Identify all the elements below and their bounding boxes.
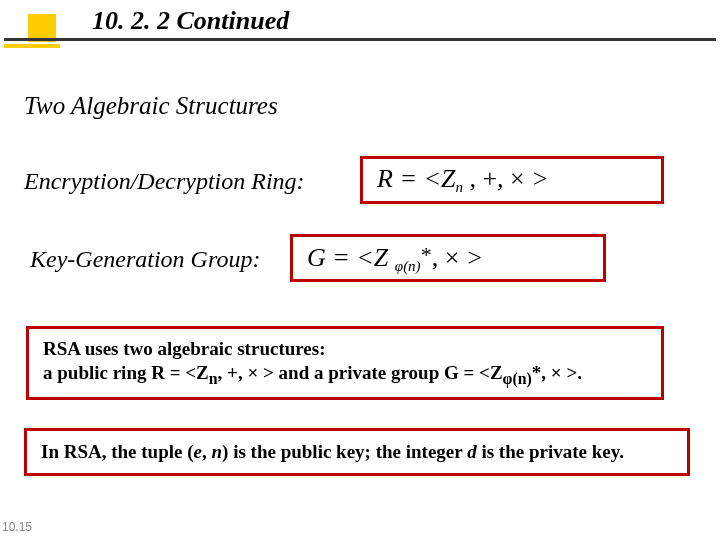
subscript-phi-n: φ(n) xyxy=(503,370,532,387)
formula-text: , xyxy=(463,164,483,193)
note-fragment: a public ring R = <Z xyxy=(43,362,209,383)
times-symbol: × xyxy=(445,243,460,272)
subscript-phi-n: φ(n) xyxy=(395,257,421,273)
header-divider xyxy=(4,38,716,41)
note-text-2: In RSA, the tuple (e, n) is the public k… xyxy=(41,440,624,464)
italic-d: d xyxy=(467,441,477,462)
group-formula: G = <Z φ(n)*, × > xyxy=(307,242,483,275)
note-line-1: RSA uses two algebraic structures: xyxy=(43,338,326,359)
plus-symbol: + xyxy=(482,164,497,193)
header-accent xyxy=(4,44,60,48)
subheading: Two Algebraic Structures xyxy=(24,92,278,120)
note-fragment: , +, × > and a private group G = <Z xyxy=(218,362,503,383)
ring-label: Encryption/Decryption Ring: xyxy=(24,168,305,195)
star-symbol: * xyxy=(421,242,432,267)
italic-n: n xyxy=(212,441,223,462)
formula-text: , xyxy=(497,164,510,193)
formula-text: G = <Z xyxy=(307,243,395,272)
italic-e: e xyxy=(194,441,202,462)
times-symbol: × xyxy=(510,164,525,193)
note-fragment: In RSA, the tuple ( xyxy=(41,441,194,462)
group-label: Key-Generation Group: xyxy=(30,246,260,273)
ring-formula: R = <Zn , +, × > xyxy=(377,164,549,196)
subscript-n: n xyxy=(455,179,463,195)
note-fragment: ) is the public key; the integer xyxy=(222,441,467,462)
note-box-2: In RSA, the tuple (e, n) is the public k… xyxy=(24,428,690,476)
section-title: 10. 2. 2 Continued xyxy=(92,6,289,36)
formula-text: , xyxy=(432,243,445,272)
subscript-n: n xyxy=(209,370,218,387)
ring-formula-box: R = <Zn , +, × > xyxy=(360,156,664,204)
formula-text: R = <Z xyxy=(377,164,455,193)
slide: 10. 2. 2 Continued Two Algebraic Structu… xyxy=(0,0,720,540)
note-fragment: , xyxy=(202,441,212,462)
note-fragment: is the private key. xyxy=(477,441,624,462)
slide-number: 10.15 xyxy=(2,520,32,534)
formula-text: > xyxy=(525,164,549,193)
formula-text: > xyxy=(459,243,483,272)
note-box-1: RSA uses two algebraic structures: a pub… xyxy=(26,326,664,400)
note-text-1: RSA uses two algebraic structures: a pub… xyxy=(43,337,582,388)
group-formula-box: G = <Z φ(n)*, × > xyxy=(290,234,606,282)
note-fragment: *, × >. xyxy=(532,362,582,383)
